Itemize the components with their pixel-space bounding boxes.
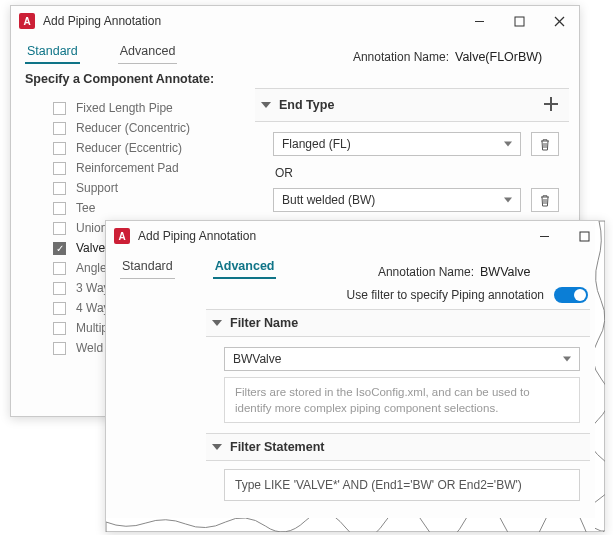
component-label: Fixed Length Pipe [76, 101, 173, 115]
close-button[interactable] [539, 7, 579, 35]
minimize-button[interactable] [459, 7, 499, 35]
component-label: Reducer (Concentric) [76, 121, 190, 135]
filter-help-text: Filters are stored in the IsoConfig.xml,… [224, 377, 580, 423]
svg-rect-1 [515, 17, 524, 26]
annotation-name-value[interactable]: Valve(FLOrBW) [455, 50, 565, 64]
expand-icon [261, 102, 271, 108]
window-advanced: A Add Piping Annotation Standard Advance… [105, 220, 605, 532]
end-type-header[interactable]: End Type [255, 88, 569, 122]
checkbox[interactable] [53, 142, 66, 155]
component-label: Valve [76, 241, 105, 255]
filter-name-header[interactable]: Filter Name [206, 309, 590, 337]
expand-icon [212, 444, 222, 450]
checkbox[interactable] [53, 282, 66, 295]
titlebar-front: A Add Piping Annotation [106, 221, 604, 251]
component-label: Weld [76, 341, 103, 355]
delete-end-type-1-button[interactable] [531, 132, 559, 156]
end-type-row-1: Flanged (FL) [273, 132, 559, 156]
filter-statement-value: Type LIKE 'VALVE*' AND (End1='BW' OR End… [235, 478, 522, 492]
checkbox[interactable] [53, 262, 66, 275]
component-label: Tee [76, 201, 95, 215]
torn-edge-right [595, 221, 605, 531]
filter-name-heading: Filter Name [230, 316, 298, 330]
filter-toggle-row: Use filter to specify Piping annotation [106, 279, 604, 309]
filter-statement-header[interactable]: Filter Statement [206, 433, 590, 461]
tab-standard[interactable]: Standard [25, 40, 80, 64]
checkbox[interactable] [53, 342, 66, 355]
maximize-button[interactable] [499, 7, 539, 35]
expand-icon [212, 320, 222, 326]
tab-advanced[interactable]: Advanced [118, 40, 178, 64]
app-icon: A [19, 13, 35, 29]
window-title-front: Add Piping Annotation [138, 229, 524, 243]
or-label: OR [273, 164, 559, 188]
checkbox[interactable] [53, 302, 66, 315]
component-item[interactable]: Fixed Length Pipe [29, 98, 239, 118]
annotation-name-label-front: Annotation Name: [378, 265, 474, 279]
end-type-body: Flanged (FL) OR Butt welded (BW) [255, 122, 569, 224]
end-type-select-1-value: Flanged (FL) [282, 137, 351, 151]
tabs-row: Standard Advanced Annotation Name: Valve… [11, 36, 579, 64]
checkbox[interactable] [53, 162, 66, 175]
filter-name-value: BWValve [233, 352, 281, 366]
component-item[interactable]: Reducer (Eccentric) [29, 138, 239, 158]
tab-standard-front[interactable]: Standard [120, 255, 175, 279]
filter-statement-heading: Filter Statement [230, 440, 324, 454]
window-controls [459, 7, 579, 35]
specify-component-label: Specify a Component Annotate: [11, 64, 579, 90]
filter-name-select[interactable]: BWValve [224, 347, 580, 371]
checkbox[interactable] [53, 122, 66, 135]
end-type-heading: End Type [279, 98, 334, 112]
component-label: Reducer (Eccentric) [76, 141, 182, 155]
annotation-name-value-front[interactable]: BWValve [480, 265, 590, 279]
end-type-panel: End Type Flanged (FL) OR Butt welded (BW… [255, 88, 569, 224]
component-item[interactable]: Tee [29, 198, 239, 218]
checkbox[interactable] [53, 202, 66, 215]
component-label: Angle [76, 261, 107, 275]
titlebar: A Add Piping Annotation [11, 6, 579, 36]
end-type-select-1[interactable]: Flanged (FL) [273, 132, 521, 156]
checkbox[interactable] [53, 102, 66, 115]
end-type-select-2[interactable]: Butt welded (BW) [273, 188, 521, 212]
annotation-name-block: Annotation Name: Valve(FLOrBW) [353, 50, 565, 64]
window-title: Add Piping Annotation [43, 14, 459, 28]
filter-toggle[interactable] [554, 287, 588, 303]
filter-name-body: BWValve [206, 337, 590, 371]
tab-advanced-front[interactable]: Advanced [213, 255, 277, 279]
minimize-button-front[interactable] [524, 222, 564, 250]
filter-area: Filter Name BWValve Filters are stored i… [106, 309, 604, 501]
component-label: Reinforcement Pad [76, 161, 179, 175]
add-end-type-button[interactable] [539, 95, 563, 115]
svg-rect-7 [580, 232, 589, 241]
tabs-row-front: Standard Advanced Annotation Name: BWVal… [106, 251, 604, 279]
end-type-row-2: Butt welded (BW) [273, 188, 559, 212]
component-label: Support [76, 181, 118, 195]
annotation-name-label: Annotation Name: [353, 50, 449, 64]
checkbox[interactable]: ✓ [53, 242, 66, 255]
filter-toggle-label: Use filter to specify Piping annotation [347, 288, 544, 302]
window-controls-front [524, 222, 604, 250]
component-item[interactable]: Reducer (Concentric) [29, 118, 239, 138]
torn-edge-bottom [106, 518, 604, 532]
component-label: Union [76, 221, 107, 235]
delete-end-type-2-button[interactable] [531, 188, 559, 212]
annotation-name-block-front: Annotation Name: BWValve [378, 265, 590, 279]
component-item[interactable]: Reinforcement Pad [29, 158, 239, 178]
checkbox[interactable] [53, 322, 66, 335]
checkbox[interactable] [53, 182, 66, 195]
component-item[interactable]: Support [29, 178, 239, 198]
filter-statement-input[interactable]: Type LIKE 'VALVE*' AND (End1='BW' OR End… [224, 469, 580, 501]
end-type-select-2-value: Butt welded (BW) [282, 193, 375, 207]
app-icon: A [114, 228, 130, 244]
component-label: Multip [76, 321, 108, 335]
checkbox[interactable] [53, 222, 66, 235]
